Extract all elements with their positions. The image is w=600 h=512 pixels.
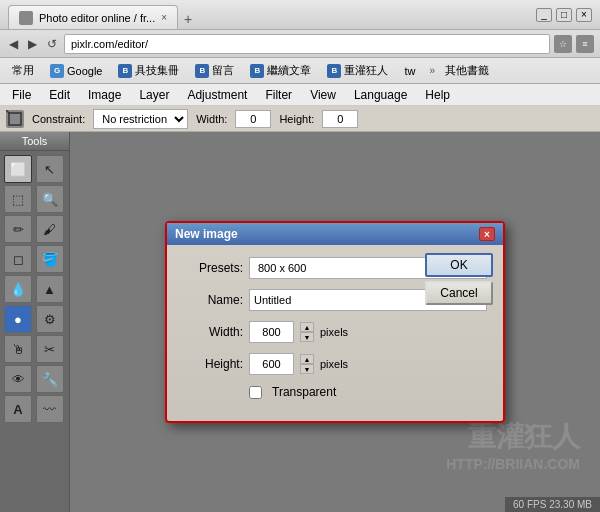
height-label: Height: (279, 113, 314, 125)
tool-eye[interactable]: 👁 (4, 365, 32, 393)
b2-label: 留言 (212, 63, 234, 78)
tab-favicon (19, 11, 33, 25)
height-spinner[interactable]: ▲ ▼ (300, 354, 314, 374)
other-bookmarks-label: 其他書籤 (445, 63, 489, 78)
width-row: Width: ▲ ▼ pixels (183, 321, 487, 343)
menu-edit[interactable]: Edit (41, 86, 78, 104)
height-input[interactable] (322, 110, 358, 128)
width-up-arrow[interactable]: ▲ (300, 322, 314, 332)
width-spinner[interactable]: ▲ ▼ (300, 322, 314, 342)
tool-shape[interactable]: ▲ (36, 275, 64, 303)
bookmark-google[interactable]: G Google (44, 62, 108, 80)
tool-text[interactable]: A (4, 395, 32, 423)
minimize-button[interactable]: _ (536, 8, 552, 22)
svg-line-1 (6, 110, 9, 113)
transparent-label: Transparent (272, 385, 336, 399)
browser-tab[interactable]: Photo editor online / fr... × (8, 5, 178, 29)
width-label: Width: (196, 113, 227, 125)
refresh-button[interactable]: ↺ (44, 37, 60, 51)
width-input[interactable] (235, 110, 271, 128)
width-down-arrow[interactable]: ▼ (300, 332, 314, 342)
tool-eraser[interactable]: ◻ (4, 245, 32, 273)
crop-tool-icon (6, 110, 24, 128)
maximize-button[interactable]: □ (556, 8, 572, 22)
width-unit: pixels (320, 326, 348, 338)
height-row: Height: ▲ ▼ pixels (183, 353, 487, 375)
tool-pencil[interactable]: ✏ (4, 215, 32, 243)
dialog-buttons: OK Cancel (425, 253, 493, 305)
tool-settings[interactable]: ⚙ (36, 305, 64, 333)
browser-action-icons: ☆ ≡ (554, 35, 594, 53)
b1-icon: B (118, 64, 132, 78)
bookmark-b1[interactable]: B 具技集冊 (112, 61, 185, 80)
tool-heal[interactable]: 🔧 (36, 365, 64, 393)
menu-help[interactable]: Help (417, 86, 458, 104)
cancel-button[interactable]: Cancel (425, 281, 493, 305)
more-bookmarks[interactable]: » (429, 65, 435, 76)
menu-adjustment[interactable]: Adjustment (179, 86, 255, 104)
address-bar: ◀ ▶ ↺ ☆ ≡ (0, 30, 600, 58)
new-image-dialog: New image × Presets: 800 x 600 (165, 221, 505, 423)
tool-lasso[interactable]: ⬚ (4, 185, 32, 213)
tool-brush[interactable]: 🖌 (36, 215, 64, 243)
menu-filter[interactable]: Filter (257, 86, 300, 104)
browser-titlebar: Photo editor online / fr... × + _ □ × (0, 0, 600, 30)
new-tab-button[interactable]: + (178, 9, 198, 29)
tool-smudge[interactable]: 〰 (36, 395, 64, 423)
back-button[interactable]: ◀ (6, 37, 21, 51)
constraint-select[interactable]: No restriction (93, 109, 188, 129)
tools-grid: ⬜ ↖ ⬚ 🔍 ✏ 🖌 ◻ 🪣 💧 ▲ ● ⚙ 🖱 ✂ 👁 🔧 A 〰 (0, 151, 69, 427)
height-up-arrow[interactable]: ▲ (300, 354, 314, 364)
tw-label: tw (404, 65, 415, 77)
transparent-checkbox[interactable] (249, 386, 262, 399)
menu-view[interactable]: View (302, 86, 344, 104)
bookmark-tw[interactable]: tw (398, 63, 421, 79)
tools-panel: Tools ⬜ ↖ ⬚ 🔍 ✏ 🖌 ◻ 🪣 💧 ▲ ● ⚙ 🖱 ✂ 👁 🔧 A … (0, 132, 70, 512)
menu-image[interactable]: Image (80, 86, 129, 104)
bookmark-b4[interactable]: B 重灌狂人 (321, 61, 394, 80)
window-controls: _ □ × (536, 8, 592, 22)
menu-layer[interactable]: Layer (131, 86, 177, 104)
tool-crop2[interactable]: ✂ (36, 335, 64, 363)
menu-icon[interactable]: ≡ (576, 35, 594, 53)
b4-icon: B (327, 64, 341, 78)
bookmark-b2[interactable]: B 留言 (189, 61, 240, 80)
menu-language[interactable]: Language (346, 86, 415, 104)
tool-gradient[interactable]: 💧 (4, 275, 32, 303)
ok-button[interactable]: OK (425, 253, 493, 277)
dialog-close-button[interactable]: × (479, 227, 495, 241)
dialog-overlay: New image × Presets: 800 x 600 (70, 132, 600, 512)
svg-rect-0 (9, 113, 21, 125)
height-down-arrow[interactable]: ▼ (300, 364, 314, 374)
tool-move[interactable]: ↖ (36, 155, 64, 183)
close-button[interactable]: × (576, 8, 592, 22)
canvas-area: 重灌狂人 HTTP://BRIIAN.COM 60 FPS 23.30 MB N… (70, 132, 600, 512)
dialog-width-label: Width: (183, 325, 243, 339)
app-main: Tools ⬜ ↖ ⬚ 🔍 ✏ 🖌 ◻ 🪣 💧 ▲ ● ⚙ 🖱 ✂ 👁 🔧 A … (0, 132, 600, 512)
bookmark-normal-label: 常用 (12, 63, 34, 78)
bookmark-more-label[interactable]: 其他書籤 (439, 61, 495, 80)
tool-zoom[interactable]: 🔍 (36, 185, 64, 213)
tool-select[interactable]: ⬜ (4, 155, 32, 183)
tool-ellipse[interactable]: ● (4, 305, 32, 333)
presets-label: Presets: (183, 261, 243, 275)
extensions-icon[interactable]: ☆ (554, 35, 572, 53)
tool-hand[interactable]: 🖱 (4, 335, 32, 363)
dialog-height-input[interactable] (249, 353, 294, 375)
address-input[interactable] (64, 34, 550, 54)
b2-icon: B (195, 64, 209, 78)
tab-title: Photo editor online / fr... (39, 12, 155, 24)
tab-close-btn[interactable]: × (161, 12, 167, 23)
tools-title: Tools (0, 132, 69, 151)
name-label: Name: (183, 293, 243, 307)
google-label: Google (67, 65, 102, 77)
tool-paint-bucket[interactable]: 🪣 (36, 245, 64, 273)
b1-label: 具技集冊 (135, 63, 179, 78)
b3-icon: B (250, 64, 264, 78)
menu-file[interactable]: File (4, 86, 39, 104)
bookmark-normal[interactable]: 常用 (6, 61, 40, 80)
forward-button[interactable]: ▶ (25, 37, 40, 51)
bookmark-b3[interactable]: B 繼續文章 (244, 61, 317, 80)
dialog-width-input[interactable] (249, 321, 294, 343)
transparent-row: Transparent (183, 385, 487, 399)
